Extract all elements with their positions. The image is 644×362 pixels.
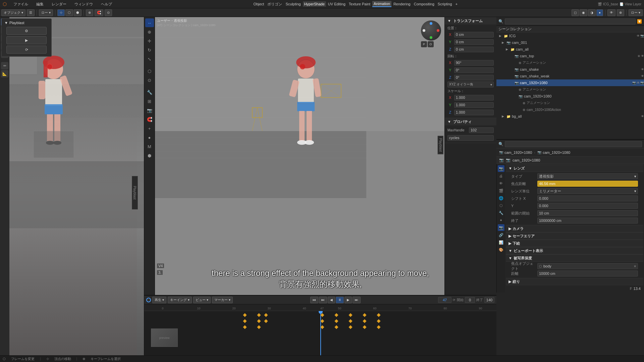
vtool-add[interactable]: + bbox=[145, 124, 154, 133]
vis-camtop[interactable]: 👁 bbox=[641, 54, 644, 58]
vtool-tweak[interactable]: ⊙ bbox=[145, 76, 154, 84]
menu-render[interactable]: レンダー bbox=[50, 1, 68, 7]
props-icon-world[interactable]: 🌐 bbox=[498, 195, 504, 201]
tab-compositing[interactable]: Compositing bbox=[413, 1, 436, 7]
kf-3-4[interactable] bbox=[334, 325, 338, 329]
vis-camshake[interactable]: 👁 bbox=[641, 68, 644, 71]
jump-start-btn[interactable]: ⏮ bbox=[310, 297, 318, 303]
props-icon-camera[interactable]: 📷 bbox=[498, 224, 504, 231]
vtool-settings[interactable]: 🔧 bbox=[145, 88, 154, 97]
viewport-overlays[interactable]: 👁 bbox=[607, 9, 615, 16]
clip-end-input[interactable]: 10000000 cm bbox=[537, 218, 638, 224]
tree-cam1920[interactable]: 📷 cam_1920×1080 📷 👁 📷 bbox=[496, 79, 644, 86]
camera-section-header[interactable]: ▶ カメラ bbox=[506, 225, 643, 232]
proportional-edit[interactable]: ⊙ bbox=[105, 9, 112, 16]
tool-annotate[interactable]: ✏ bbox=[1, 62, 8, 69]
tree-anim-camtop[interactable]: ⊕ アニメーション bbox=[496, 59, 644, 66]
tree-cam001[interactable]: ▶ 📷 cam_001 bbox=[496, 39, 644, 46]
frame-indicator[interactable] bbox=[146, 298, 151, 302]
bokeh-header[interactable]: ▶ 絞り bbox=[506, 278, 643, 285]
props-icon-view[interactable]: 👁 bbox=[498, 180, 504, 187]
rotation-z-input[interactable]: 0° bbox=[454, 75, 494, 80]
scale-z-input[interactable]: 1.000 bbox=[454, 110, 494, 115]
timeline-body[interactable]: preview bbox=[144, 311, 496, 362]
vtool-box-select[interactable]: ⬡ bbox=[145, 67, 154, 75]
lens-type-select[interactable]: 透視投影 ▾ bbox=[537, 173, 638, 179]
focal-length-input[interactable]: 46.56 mm bbox=[537, 181, 638, 187]
outliner-search[interactable] bbox=[505, 18, 636, 24]
tab-add[interactable]: + bbox=[454, 1, 459, 7]
tree-camshake[interactable]: 📷 cam_shake 👁 bbox=[496, 66, 644, 73]
vtool-grid[interactable]: ⊞ bbox=[145, 97, 154, 106]
tab-rendering[interactable]: Rendering bbox=[392, 1, 412, 7]
gizmo-ortho-btn[interactable]: O bbox=[428, 41, 434, 47]
tree-cam1920-sub[interactable]: 📷 cam_1920×1080 bbox=[496, 93, 644, 100]
props-icon-material[interactable]: 🎨 bbox=[498, 246, 504, 253]
render-cam1920[interactable]: 📷 bbox=[640, 81, 644, 84]
tree-anim-sub[interactable]: ⊕ アニメーション bbox=[496, 100, 644, 106]
maxhandle-input[interactable]: 102 bbox=[469, 127, 494, 133]
vtool-snap[interactable]: 🧲 bbox=[145, 115, 154, 124]
rotation-y-input[interactable]: 0° bbox=[454, 67, 494, 73]
position-x-input[interactable]: 0 cm bbox=[454, 32, 494, 38]
kf-3-6[interactable] bbox=[363, 325, 366, 329]
vis-cam1920[interactable]: 👁 bbox=[637, 81, 640, 84]
tree-camall[interactable]: ▶ 📁 cam_all bbox=[496, 46, 644, 53]
play-reverse-btn[interactable]: ◀ bbox=[328, 297, 335, 303]
vtool-move2[interactable]: ✛ bbox=[145, 37, 154, 45]
kf-2-1[interactable] bbox=[243, 319, 247, 323]
vis-camweak[interactable]: 👁 bbox=[641, 74, 644, 78]
toolbar-mode-btn[interactable]: オブジェク ▾ bbox=[1, 9, 25, 16]
playblast-play-btn[interactable]: ▶ bbox=[6, 36, 47, 44]
kf-2-3[interactable] bbox=[264, 319, 268, 323]
tab-uv-editing[interactable]: UV Editing bbox=[327, 1, 347, 7]
keying-btn[interactable]: キーイング ▾ bbox=[168, 297, 192, 303]
marker-btn[interactable]: マーカー ▾ bbox=[212, 297, 233, 303]
render-ICG[interactable]: 📷 bbox=[640, 34, 644, 38]
menu-file[interactable]: ファイル bbox=[12, 1, 30, 7]
viewport-shading-solid[interactable]: ◉ bbox=[580, 9, 587, 16]
tab-polygon[interactable]: ポリゴン bbox=[266, 1, 283, 7]
kf-3-2[interactable] bbox=[257, 325, 261, 329]
props-icon-constraints[interactable]: 🔗 bbox=[498, 232, 504, 238]
rotation-x-input[interactable]: 90° bbox=[454, 60, 494, 66]
kf-2-7[interactable] bbox=[363, 319, 366, 323]
kf-3-1[interactable] bbox=[243, 325, 247, 329]
current-frame-display[interactable]: 47 bbox=[438, 297, 451, 303]
vtool-camera[interactable]: 📷 bbox=[145, 106, 154, 115]
clear-icon[interactable]: ✕ bbox=[634, 264, 636, 268]
props-icon-output[interactable]: 🖨 bbox=[498, 173, 504, 179]
end-frame-display[interactable]: 140 bbox=[484, 297, 494, 303]
transform-gizmo[interactable]: ⊕ bbox=[86, 9, 93, 16]
dof-header[interactable]: ▼ 被写界深度 bbox=[506, 254, 643, 262]
vtool-scale2[interactable]: ⤡ bbox=[145, 55, 154, 63]
props-icon-modifier[interactable]: 🔧 bbox=[498, 209, 504, 216]
select-mode-vertex[interactable]: ⊹ bbox=[57, 9, 65, 16]
lens-section-header[interactable]: ▼ レンズ bbox=[506, 165, 643, 172]
timeline-mode-btn[interactable]: 再生 ▾ bbox=[152, 297, 166, 303]
props-icon-data[interactable]: 📊 bbox=[498, 239, 504, 246]
shift-y-input[interactable]: 0.000 bbox=[537, 203, 638, 209]
playblast-side-tab[interactable]: Playblast bbox=[132, 176, 138, 209]
tab-animation[interactable]: Animation bbox=[372, 1, 391, 7]
tab-scripting[interactable]: Scripting bbox=[436, 1, 453, 7]
safe-area-header[interactable]: ▶ セーフエリア bbox=[506, 232, 643, 240]
scale-y-input[interactable]: 1.000 bbox=[454, 102, 494, 108]
kf-2-5[interactable] bbox=[334, 319, 338, 323]
lens-unit-select[interactable]: ミリメーター ▾ bbox=[537, 188, 638, 194]
cam-props-search[interactable] bbox=[505, 141, 642, 147]
kf-1-6[interactable] bbox=[348, 313, 352, 317]
kf-1-8[interactable] bbox=[377, 313, 380, 317]
toolbar-options-btn[interactable]: ☰ bbox=[27, 9, 35, 16]
props-icon-object[interactable]: ⬡ bbox=[498, 202, 504, 209]
viewport-display-header[interactable]: ▼ ビューポート表示 bbox=[506, 247, 643, 254]
kf-2-6[interactable] bbox=[348, 319, 352, 323]
kf-3-7[interactable] bbox=[377, 325, 380, 329]
kf-3-3[interactable] bbox=[320, 325, 324, 329]
next-keyframe-btn[interactable]: ⏭ bbox=[353, 297, 361, 303]
cycles-input[interactable]: cycles bbox=[447, 135, 494, 141]
viewport-gizmo[interactable]: P O bbox=[421, 20, 441, 47]
snap-btn[interactable]: 🧲 bbox=[95, 9, 103, 16]
props-header[interactable]: ▼ プロパティ bbox=[445, 118, 496, 125]
tab-texture-paint[interactable]: Texture Paint bbox=[347, 1, 372, 7]
